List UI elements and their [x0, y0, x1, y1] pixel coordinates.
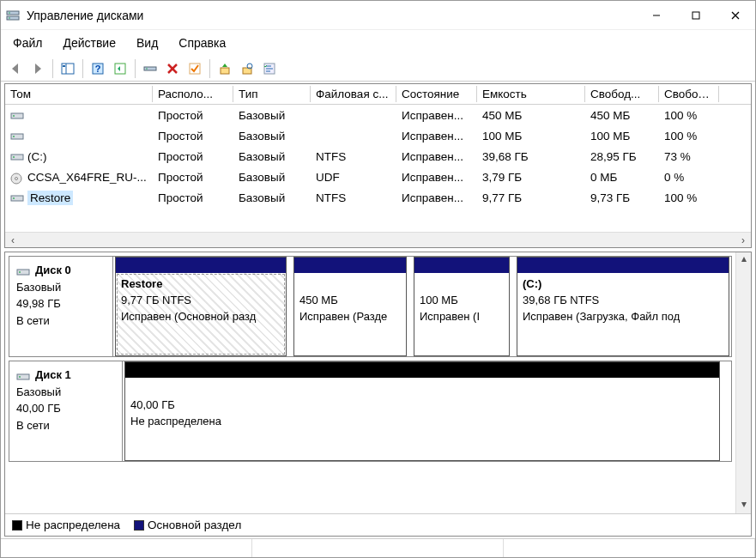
partition-stripe — [517, 258, 729, 273]
partition-status: Исправен (Разде — [299, 310, 387, 323]
partition-size: 9,77 ГБ NTFS — [121, 294, 191, 306]
partition-title: (C:) — [523, 277, 541, 290]
disk-status: В сети — [16, 417, 115, 434]
svg-rect-5 — [692, 12, 699, 19]
svg-point-33 — [15, 177, 18, 179]
partition-stripe — [294, 258, 406, 273]
menu-view[interactable]: Вид — [126, 33, 168, 53]
svg-rect-14 — [144, 67, 156, 70]
disk-vertical-scrollbar[interactable]: ▴▾ — [735, 252, 751, 513]
partition-status: Исправен (Загрузка, Файл под — [523, 310, 680, 323]
partition-status: Исправен (I — [420, 310, 480, 323]
svg-rect-8 — [62, 64, 74, 74]
partition[interactable]: (C:)39,68 ГБ NTFSИсправен (Загрузка, Фай… — [517, 257, 729, 356]
toolbar: ? — [1, 56, 755, 82]
col-free-pct[interactable]: Свобод... — [659, 86, 719, 102]
partition-size: 40,00 ГБ — [130, 398, 175, 411]
disk-row: Диск 0Базовый49,98 ГБВ сетиRestore9,77 Г… — [9, 256, 732, 357]
menu-file[interactable]: Файл — [3, 33, 52, 53]
disk-icon — [16, 265, 30, 276]
titlebar: Управление дисками — [1, 1, 755, 30]
disk-name: Диск 0 — [35, 262, 71, 279]
window-title: Управление дисками — [27, 9, 143, 22]
partition-stripe — [116, 258, 286, 273]
disk-type: Базовый — [16, 384, 115, 401]
table-horizontal-scrollbar[interactable]: ‹› — [5, 232, 751, 247]
partition-body: 40,00 ГБНе распределена — [125, 378, 719, 460]
partition[interactable]: 40,00 ГБНе распределена — [124, 361, 720, 461]
legend: Не распределена Основной раздел — [5, 513, 751, 536]
col-capacity[interactable]: Емкость — [477, 86, 585, 102]
svg-point-3 — [9, 17, 10, 19]
action-button-1[interactable] — [215, 58, 235, 79]
settings-button[interactable] — [140, 58, 160, 79]
minimize-button[interactable] — [637, 2, 676, 29]
svg-rect-1 — [7, 16, 19, 20]
partition-body: 450 МБИсправен (Разде — [294, 273, 406, 355]
menu-action[interactable]: Действие — [52, 33, 126, 53]
table-body: ПростойБазовыйИсправен...450 МБ450 МБ100… — [5, 105, 751, 232]
app-icon — [6, 9, 20, 22]
partition-body: (C:)39,68 ГБ NTFSИсправен (Загрузка, Фай… — [517, 273, 729, 355]
partition-body: Restore9,77 ГБ NTFSИсправен (Основной ра… — [116, 273, 286, 355]
partition-size: 450 МБ — [299, 294, 338, 306]
svg-rect-10 — [63, 65, 65, 67]
partition-size: 100 МБ — [420, 294, 458, 306]
disk-graphical-pane: Диск 0Базовый49,98 ГБВ сетиRestore9,77 Г… — [4, 252, 752, 537]
check-button[interactable] — [184, 58, 205, 79]
disk-type: Базовый — [16, 279, 106, 296]
legend-unallocated: Не распределена — [12, 519, 120, 531]
partition-stripe — [414, 258, 509, 273]
svg-point-37 — [19, 271, 21, 273]
svg-point-31 — [13, 156, 15, 158]
partition-stripe — [125, 362, 719, 378]
svg-point-27 — [13, 115, 15, 117]
action-button-2[interactable] — [237, 58, 257, 79]
table-row[interactable]: RestoreПростойБазовыйNTFSИсправен...9,77… — [5, 187, 751, 208]
properties-button[interactable] — [259, 58, 280, 79]
disk-row: Диск 1Базовый40,00 ГБВ сети40,00 ГБНе ра… — [9, 361, 732, 462]
partition-status: Исправен (Основной разд — [121, 310, 256, 323]
delete-button[interactable] — [162, 58, 183, 79]
table-row[interactable]: ПростойБазовыйИсправен...450 МБ450 МБ100… — [5, 105, 751, 125]
maximize-button[interactable] — [676, 2, 716, 29]
svg-point-15 — [146, 68, 148, 70]
show-hide-tree-button[interactable] — [57, 58, 78, 79]
svg-point-29 — [13, 136, 15, 137]
menu-help[interactable]: Справка — [168, 33, 236, 53]
col-layout[interactable]: Располо... — [153, 86, 233, 102]
partition[interactable]: 100 МБИсправен (I — [414, 257, 510, 356]
legend-primary: Основной раздел — [134, 519, 241, 531]
table-row[interactable]: CCSA_X64FRE_RU-...ПростойБазовыйUDFИспра… — [5, 167, 751, 187]
disk-status: В сети — [16, 312, 106, 330]
col-type[interactable]: Тип — [233, 86, 311, 102]
partition[interactable]: 450 МБИсправен (Разде — [293, 257, 407, 356]
help-button[interactable]: ? — [88, 58, 108, 79]
forward-button[interactable] — [27, 58, 48, 79]
partitions: 40,00 ГБНе распределена — [123, 361, 731, 461]
col-volume[interactable]: Том — [5, 86, 153, 102]
refresh-button[interactable] — [110, 58, 130, 79]
col-filesystem[interactable]: Файловая с... — [311, 86, 396, 102]
col-status[interactable]: Состояние — [396, 86, 477, 102]
table-row[interactable]: ПростойБазовыйИсправен...100 МБ100 МБ100… — [5, 125, 751, 146]
disk-icon — [16, 370, 30, 380]
disk-rows: Диск 0Базовый49,98 ГБВ сетиRestore9,77 Г… — [5, 252, 735, 513]
disk-info[interactable]: Диск 1Базовый40,00 ГБВ сети — [9, 361, 123, 461]
partition[interactable]: Restore9,77 ГБ NTFSИсправен (Основной ра… — [115, 257, 287, 356]
svg-point-2 — [9, 12, 10, 14]
svg-text:?: ? — [95, 64, 101, 74]
menubar: Файл Действие Вид Справка — [1, 30, 755, 56]
volume-table: Том Располо... Тип Файловая с... Состоян… — [4, 83, 752, 248]
partition-status: Не распределена — [130, 415, 221, 428]
partitions: Restore9,77 ГБ NTFSИсправен (Основной ра… — [113, 257, 731, 356]
back-button[interactable] — [5, 58, 26, 79]
close-button[interactable] — [716, 2, 755, 29]
col-free[interactable]: Свобод... — [585, 86, 659, 102]
table-row[interactable]: (C:)ПростойБазовыйNTFSИсправен...39,68 Г… — [5, 146, 751, 167]
disk-capacity: 40,00 ГБ — [16, 400, 115, 417]
disk-capacity: 49,98 ГБ — [16, 295, 106, 312]
disk-info[interactable]: Диск 0Базовый49,98 ГБВ сети — [9, 257, 113, 356]
svg-point-35 — [13, 197, 15, 199]
partition-size: 39,68 ГБ NTFS — [523, 294, 599, 306]
